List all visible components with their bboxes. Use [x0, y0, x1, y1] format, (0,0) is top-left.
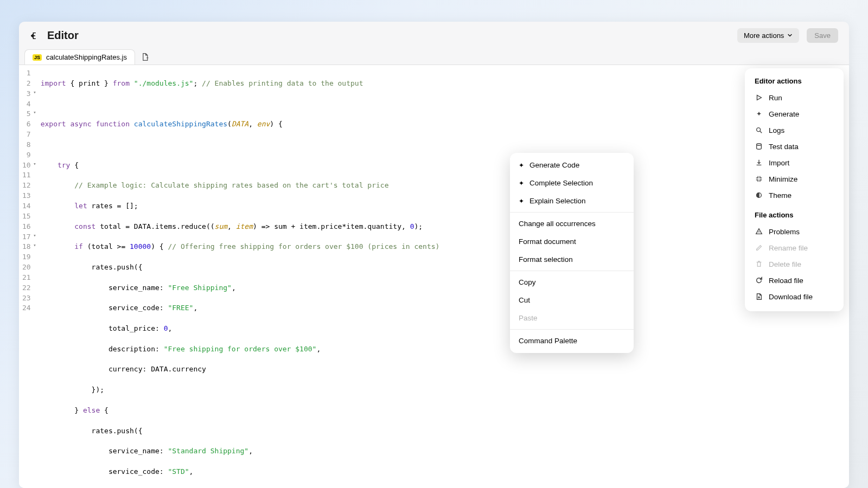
editor-window: Editor More actions Save JS calculateShi… — [19, 22, 849, 488]
warning-icon — [755, 227, 763, 236]
ctx-complete-selection[interactable]: ✦Complete Selection — [510, 174, 634, 192]
editor-actions-title: Editor actions — [749, 75, 839, 89]
actions-side-panel: Editor actions Run ✦Generate Logs Test d… — [745, 68, 844, 311]
tab-filename: calculateShippingRates.js — [46, 53, 127, 61]
file-tab[interactable]: JS calculateShippingRates.js — [24, 49, 135, 65]
action-test-data[interactable]: Test data — [749, 138, 839, 155]
chevron-down-icon — [787, 31, 793, 40]
action-download[interactable]: Download file — [749, 288, 839, 305]
action-delete: Delete file — [749, 256, 839, 272]
more-actions-label: More actions — [744, 31, 784, 40]
play-icon — [755, 93, 763, 102]
pencil-icon — [755, 243, 763, 252]
svg-point-1 — [757, 144, 762, 146]
sparkle-icon: ✦ — [519, 179, 524, 187]
back-icon[interactable] — [30, 31, 40, 41]
file-actions-title: File actions — [749, 209, 839, 223]
theme-icon — [755, 191, 763, 200]
new-file-icon[interactable] — [141, 53, 149, 61]
sparkle-icon: ✦ — [755, 110, 763, 118]
action-generate[interactable]: ✦Generate — [749, 106, 839, 122]
action-minimize[interactable]: Minimize — [749, 171, 839, 187]
action-logs[interactable]: Logs — [749, 122, 839, 138]
ctx-change-occurrences[interactable]: Change all occurrences — [510, 215, 634, 233]
svg-point-0 — [757, 128, 761, 132]
ctx-format-document[interactable]: Format document — [510, 233, 634, 251]
action-run[interactable]: Run — [749, 89, 839, 106]
search-icon — [755, 126, 763, 134]
ctx-explain-selection[interactable]: ✦Explain Selection — [510, 192, 634, 210]
code-editor-upper[interactable]: 1234 5678 9101112 13141516 17181920 2122… — [19, 65, 849, 488]
js-badge-icon: JS — [33, 54, 42, 61]
database-icon — [755, 142, 763, 151]
action-rename: Rename file — [749, 240, 839, 256]
action-problems[interactable]: Problems — [749, 223, 839, 240]
page-title: Editor — [47, 29, 79, 42]
ctx-copy[interactable]: Copy — [510, 273, 634, 291]
sparkle-icon: ✦ — [519, 197, 524, 205]
ctx-command-palette[interactable]: Command Palette — [510, 332, 634, 350]
reload-icon — [755, 276, 763, 285]
more-actions-button[interactable]: More actions — [737, 28, 799, 43]
action-import[interactable]: Import — [749, 155, 839, 171]
action-theme[interactable]: Theme — [749, 187, 839, 203]
ctx-cut[interactable]: Cut — [510, 291, 634, 309]
action-reload[interactable]: Reload file — [749, 272, 839, 288]
minimize-icon — [755, 175, 763, 183]
context-menu: ✦Generate Code ✦Complete Selection ✦Expl… — [510, 153, 634, 353]
download-icon — [755, 158, 763, 167]
code-upper[interactable]: import { print } from "./modules.js"; //… — [41, 65, 849, 488]
trash-icon — [755, 260, 763, 268]
ctx-paste: Paste — [510, 309, 634, 327]
sparkle-icon: ✦ — [519, 162, 524, 169]
gutter-upper: 1234 5678 9101112 13141516 17181920 2122… — [19, 65, 41, 488]
header-bar: Editor More actions Save — [19, 22, 849, 49]
tab-bar: JS calculateShippingRates.js — [19, 49, 849, 65]
save-button[interactable]: Save — [807, 28, 838, 43]
ctx-generate-code[interactable]: ✦Generate Code — [510, 156, 634, 174]
file-download-icon — [755, 292, 763, 301]
ctx-format-selection[interactable]: Format selection — [510, 251, 634, 268]
